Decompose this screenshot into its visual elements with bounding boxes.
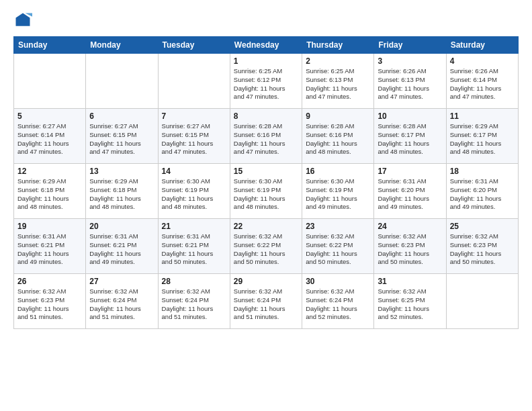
day-number: 17 xyxy=(378,167,442,176)
day-info: Sunrise: 6:28 AMSunset: 6:16 PMDaylight:… xyxy=(306,122,370,156)
day-info: Sunrise: 6:27 AMSunset: 6:15 PMDaylight:… xyxy=(162,122,226,156)
calendar-cell: 20Sunrise: 6:31 AMSunset: 6:21 PMDayligh… xyxy=(86,219,158,274)
calendar-cell: 7Sunrise: 6:27 AMSunset: 6:15 PMDaylight… xyxy=(158,109,230,164)
logo-icon xyxy=(13,11,32,30)
calendar-cell: 8Sunrise: 6:28 AMSunset: 6:16 PMDaylight… xyxy=(230,109,302,164)
day-info: Sunrise: 6:29 AMSunset: 6:17 PMDaylight:… xyxy=(450,122,515,156)
day-info: Sunrise: 6:32 AMSunset: 6:24 PMDaylight:… xyxy=(234,287,298,322)
calendar-week-row: 19Sunrise: 6:31 AMSunset: 6:21 PMDayligh… xyxy=(14,219,519,274)
day-number: 3 xyxy=(378,56,442,66)
calendar-cell: 27Sunrise: 6:32 AMSunset: 6:24 PMDayligh… xyxy=(86,274,158,329)
day-number: 30 xyxy=(306,277,370,286)
calendar-week-row: 1Sunrise: 6:25 AMSunset: 6:12 PMDaylight… xyxy=(14,54,519,109)
day-info: Sunrise: 6:32 AMSunset: 6:24 PMDaylight:… xyxy=(162,287,226,322)
day-number: 6 xyxy=(89,111,154,121)
calendar-cell: 9Sunrise: 6:28 AMSunset: 6:16 PMDaylight… xyxy=(302,109,374,164)
calendar-cell: 17Sunrise: 6:31 AMSunset: 6:20 PMDayligh… xyxy=(374,164,446,219)
day-info: Sunrise: 6:31 AMSunset: 6:20 PMDaylight:… xyxy=(450,177,515,212)
day-number: 20 xyxy=(89,222,154,231)
day-number: 23 xyxy=(306,222,370,231)
logo xyxy=(13,11,35,30)
calendar-cell: 22Sunrise: 6:32 AMSunset: 6:22 PMDayligh… xyxy=(230,219,302,274)
day-number: 16 xyxy=(306,167,370,176)
calendar-cell xyxy=(14,54,86,109)
calendar-cell: 19Sunrise: 6:31 AMSunset: 6:21 PMDayligh… xyxy=(14,219,86,274)
calendar-cell: 1Sunrise: 6:25 AMSunset: 6:12 PMDaylight… xyxy=(230,54,302,109)
day-number: 10 xyxy=(378,111,442,121)
day-number: 2 xyxy=(306,56,370,66)
weekday-header-sunday: Sunday xyxy=(14,37,86,54)
day-info: Sunrise: 6:32 AMSunset: 6:25 PMDaylight:… xyxy=(378,287,442,322)
calendar-cell: 31Sunrise: 6:32 AMSunset: 6:25 PMDayligh… xyxy=(374,274,446,329)
calendar-cell: 3Sunrise: 6:26 AMSunset: 6:13 PMDaylight… xyxy=(374,54,446,109)
calendar-cell: 26Sunrise: 6:32 AMSunset: 6:23 PMDayligh… xyxy=(14,274,86,329)
calendar-cell: 21Sunrise: 6:31 AMSunset: 6:21 PMDayligh… xyxy=(158,219,230,274)
calendar-cell: 10Sunrise: 6:28 AMSunset: 6:17 PMDayligh… xyxy=(374,109,446,164)
day-number: 15 xyxy=(234,167,298,176)
calendar-cell: 6Sunrise: 6:27 AMSunset: 6:15 PMDaylight… xyxy=(86,109,158,164)
day-info: Sunrise: 6:26 AMSunset: 6:13 PMDaylight:… xyxy=(378,67,442,101)
calendar-cell: 11Sunrise: 6:29 AMSunset: 6:17 PMDayligh… xyxy=(446,109,518,164)
page: SundayMondayTuesdayWednesdayThursdayFrid… xyxy=(0,0,532,411)
day-number: 14 xyxy=(162,167,226,176)
day-info: Sunrise: 6:31 AMSunset: 6:21 PMDaylight:… xyxy=(89,232,154,267)
day-number: 24 xyxy=(378,222,442,231)
weekday-header-tuesday: Tuesday xyxy=(158,37,230,54)
day-info: Sunrise: 6:32 AMSunset: 6:24 PMDaylight:… xyxy=(306,287,370,322)
day-info: Sunrise: 6:32 AMSunset: 6:23 PMDaylight:… xyxy=(17,287,82,322)
svg-marker-0 xyxy=(16,13,30,26)
day-info: Sunrise: 6:29 AMSunset: 6:18 PMDaylight:… xyxy=(89,177,154,212)
day-info: Sunrise: 6:28 AMSunset: 6:17 PMDaylight:… xyxy=(378,122,442,156)
weekday-header-saturday: Saturday xyxy=(446,37,518,54)
calendar-cell: 30Sunrise: 6:32 AMSunset: 6:24 PMDayligh… xyxy=(302,274,374,329)
day-info: Sunrise: 6:29 AMSunset: 6:18 PMDaylight:… xyxy=(17,177,82,212)
day-info: Sunrise: 6:32 AMSunset: 6:22 PMDaylight:… xyxy=(234,232,298,267)
calendar-cell: 28Sunrise: 6:32 AMSunset: 6:24 PMDayligh… xyxy=(158,274,230,329)
day-number: 22 xyxy=(234,222,298,231)
day-number: 12 xyxy=(17,167,82,176)
calendar-cell: 12Sunrise: 6:29 AMSunset: 6:18 PMDayligh… xyxy=(14,164,86,219)
weekday-header-monday: Monday xyxy=(86,37,158,54)
weekday-header-thursday: Thursday xyxy=(302,37,374,54)
day-number: 8 xyxy=(234,111,298,121)
weekday-header-row: SundayMondayTuesdayWednesdayThursdayFrid… xyxy=(14,37,519,54)
day-info: Sunrise: 6:28 AMSunset: 6:16 PMDaylight:… xyxy=(234,122,298,156)
day-number: 13 xyxy=(89,167,154,176)
day-info: Sunrise: 6:30 AMSunset: 6:19 PMDaylight:… xyxy=(162,177,226,212)
day-number: 5 xyxy=(17,111,82,121)
day-number: 1 xyxy=(234,56,298,66)
day-number: 26 xyxy=(17,277,82,286)
calendar-week-row: 5Sunrise: 6:27 AMSunset: 6:14 PMDaylight… xyxy=(14,109,519,164)
calendar-cell xyxy=(86,54,158,109)
day-info: Sunrise: 6:25 AMSunset: 6:13 PMDaylight:… xyxy=(306,67,370,101)
calendar-cell: 13Sunrise: 6:29 AMSunset: 6:18 PMDayligh… xyxy=(86,164,158,219)
calendar-cell: 2Sunrise: 6:25 AMSunset: 6:13 PMDaylight… xyxy=(302,54,374,109)
calendar-week-row: 26Sunrise: 6:32 AMSunset: 6:23 PMDayligh… xyxy=(14,274,519,329)
calendar-cell: 25Sunrise: 6:32 AMSunset: 6:23 PMDayligh… xyxy=(446,219,518,274)
calendar-cell: 29Sunrise: 6:32 AMSunset: 6:24 PMDayligh… xyxy=(230,274,302,329)
day-info: Sunrise: 6:31 AMSunset: 6:21 PMDaylight:… xyxy=(162,232,226,267)
day-number: 25 xyxy=(450,222,515,231)
day-info: Sunrise: 6:27 AMSunset: 6:15 PMDaylight:… xyxy=(89,122,154,156)
calendar-cell: 4Sunrise: 6:26 AMSunset: 6:14 PMDaylight… xyxy=(446,54,518,109)
day-number: 18 xyxy=(450,167,515,176)
weekday-header-friday: Friday xyxy=(374,37,446,54)
day-number: 7 xyxy=(162,111,226,121)
weekday-header-wednesday: Wednesday xyxy=(230,37,302,54)
day-number: 9 xyxy=(306,111,370,121)
day-info: Sunrise: 6:27 AMSunset: 6:14 PMDaylight:… xyxy=(17,122,82,156)
calendar-cell: 18Sunrise: 6:31 AMSunset: 6:20 PMDayligh… xyxy=(446,164,518,219)
calendar-cell: 5Sunrise: 6:27 AMSunset: 6:14 PMDaylight… xyxy=(14,109,86,164)
day-info: Sunrise: 6:30 AMSunset: 6:19 PMDaylight:… xyxy=(234,177,298,212)
calendar-cell: 24Sunrise: 6:32 AMSunset: 6:23 PMDayligh… xyxy=(374,219,446,274)
calendar-cell: 23Sunrise: 6:32 AMSunset: 6:22 PMDayligh… xyxy=(302,219,374,274)
calendar-cell xyxy=(446,274,518,329)
calendar-week-row: 12Sunrise: 6:29 AMSunset: 6:18 PMDayligh… xyxy=(14,164,519,219)
header xyxy=(13,11,519,30)
day-number: 19 xyxy=(17,222,82,231)
day-info: Sunrise: 6:32 AMSunset: 6:23 PMDaylight:… xyxy=(378,232,442,267)
calendar-table: SundayMondayTuesdayWednesdayThursdayFrid… xyxy=(13,36,519,329)
day-number: 27 xyxy=(89,277,154,286)
day-info: Sunrise: 6:31 AMSunset: 6:20 PMDaylight:… xyxy=(378,177,442,212)
day-number: 4 xyxy=(450,56,515,66)
